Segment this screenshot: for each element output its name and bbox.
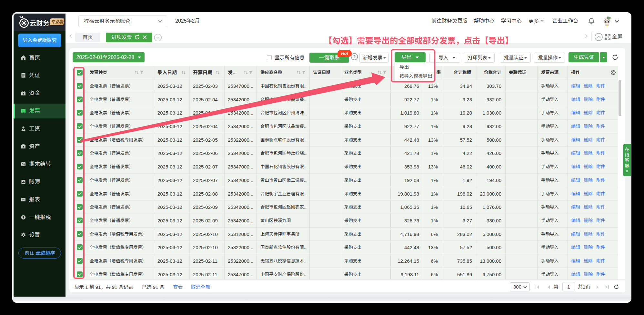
svg-text:?: ? bbox=[353, 54, 356, 59]
